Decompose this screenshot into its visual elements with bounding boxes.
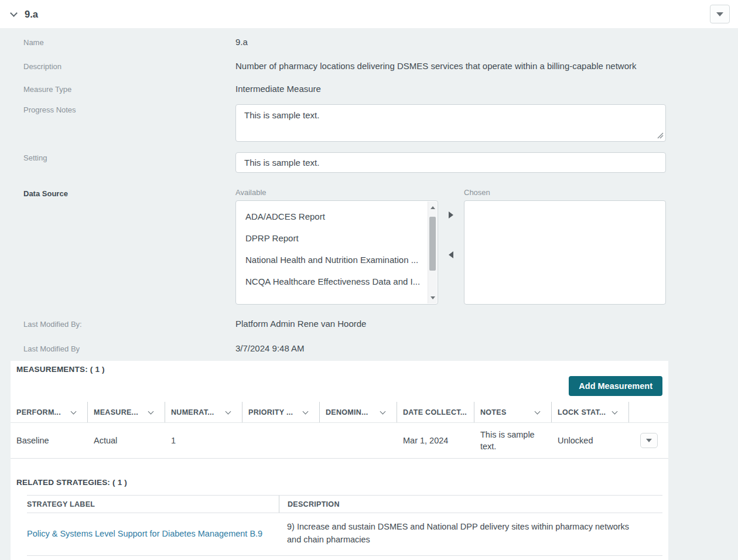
last-modified-date-value: 3/7/2024 9:48 AM xyxy=(235,343,666,353)
progress-notes-textarea[interactable]: This is sample text. xyxy=(235,104,666,142)
measurements-table-header: PERFORM... MEASURE... NUMERAT... PRIORIT… xyxy=(11,402,668,423)
strategy-description: 9) Increase and sustain DSMES and Nation… xyxy=(279,521,662,547)
related-strategies-table: STRATEGY LABEL DESCRIPTION Policy & Syst… xyxy=(27,495,662,556)
available-option[interactable]: ADA/ADCES Report xyxy=(236,206,438,227)
scroll-up-icon[interactable] xyxy=(428,203,438,212)
measurements-title: MEASUREMENTS: ( 1 ) xyxy=(11,361,668,374)
related-strategies-title: RELATED STRATEGIES: ( 1 ) xyxy=(11,474,668,487)
row-menu-button[interactable] xyxy=(640,433,658,448)
cell-date-collected: Mar 1, 2024 xyxy=(397,436,474,445)
cell-actions xyxy=(629,433,668,448)
data-source-duallist: Available ADA/ADCES Report DPRP Report N… xyxy=(235,188,666,305)
column-header-notes[interactable]: NOTES xyxy=(474,402,552,422)
strategy-row: Policy & Systems Level Support for Diabe… xyxy=(27,513,662,556)
column-header-measurement[interactable]: MEASURE... xyxy=(88,402,165,422)
data-source-label: Data Source xyxy=(23,188,235,305)
measure-type-value: Intermediate Measure xyxy=(235,84,666,94)
column-header-description: DESCRIPTION xyxy=(279,496,662,513)
dropdown-triangle-icon xyxy=(716,12,723,16)
move-right-icon[interactable] xyxy=(449,211,453,218)
panel-title: 9.a xyxy=(25,9,38,20)
available-label: Available xyxy=(235,188,438,197)
description-label: Description xyxy=(23,61,235,71)
cell-numerator: 1 xyxy=(165,436,242,445)
add-measurement-button[interactable]: Add Measurement xyxy=(569,376,662,396)
measurements-table: PERFORM... MEASURE... NUMERAT... PRIORIT… xyxy=(11,402,668,459)
panel-header: 9.a xyxy=(0,0,738,28)
listbox-scrollbar[interactable] xyxy=(428,202,437,303)
measurement-row: Baseline Actual 1 Mar 1, 2024 This is sa… xyxy=(11,423,668,459)
column-header-numerator[interactable]: NUMERAT... xyxy=(165,402,242,422)
scrollbar-thumb[interactable] xyxy=(429,217,436,271)
sort-chevron-icon xyxy=(303,408,309,414)
move-left-icon[interactable] xyxy=(449,251,453,258)
column-header-denominator[interactable]: DENOMIN... xyxy=(320,402,397,422)
panel-menu-button[interactable] xyxy=(710,5,730,23)
column-header-priority[interactable]: PRIORITY ... xyxy=(242,402,320,422)
measure-type-label: Measure Type xyxy=(23,84,235,94)
dropdown-triangle-icon xyxy=(646,439,652,442)
available-listbox[interactable]: ADA/ADCES Report DPRP Report National He… xyxy=(235,200,438,305)
column-header-performance[interactable]: PERFORM... xyxy=(11,402,88,422)
column-header-actions xyxy=(629,402,668,422)
cell-performance: Baseline xyxy=(11,436,88,445)
progress-notes-label: Progress Notes xyxy=(23,104,235,142)
scroll-down-icon[interactable] xyxy=(428,293,438,302)
measurements-card: MEASUREMENTS: ( 1 ) Add Measurement PERF… xyxy=(11,361,668,560)
setting-label: Setting xyxy=(23,152,235,173)
card-bottom-padding xyxy=(11,556,668,560)
sort-chevron-icon xyxy=(380,408,386,414)
chosen-listbox[interactable] xyxy=(464,200,666,305)
last-modified-by-value: Platform Admin Rene van Hoorde xyxy=(235,319,666,329)
name-label: Name xyxy=(23,37,235,47)
sort-chevron-icon xyxy=(612,408,618,414)
sort-chevron-icon xyxy=(226,408,231,414)
sort-chevron-icon xyxy=(71,408,77,414)
measure-detail-form: Name 9.a Description Number of pharmacy … xyxy=(0,28,738,361)
column-header-strategy-label: STRATEGY LABEL xyxy=(27,496,279,513)
available-option[interactable]: National Health and Nutrition Examinatio… xyxy=(236,249,438,271)
available-option[interactable]: NCQA Healthcare Effectiveness Data and I… xyxy=(236,271,438,292)
name-value: 9.a xyxy=(235,37,666,47)
related-strategies-header: STRATEGY LABEL DESCRIPTION xyxy=(27,495,662,513)
cell-lock-status: Unlocked xyxy=(552,436,629,445)
sort-chevron-icon xyxy=(148,408,154,414)
strategy-link[interactable]: Policy & Systems Level Support for Diabe… xyxy=(27,529,262,538)
collapse-chevron-icon[interactable] xyxy=(10,9,18,17)
description-value: Number of pharmacy locations delivering … xyxy=(235,61,666,71)
last-modified-by-label: Last Modified By: xyxy=(23,319,235,329)
sort-chevron-icon xyxy=(535,408,541,414)
column-header-date-collected[interactable]: DATE COLLECT... xyxy=(397,402,474,422)
last-modified-date-label: Last Modified By xyxy=(23,343,235,353)
chosen-label: Chosen xyxy=(464,188,666,197)
cell-notes: This is sample text. xyxy=(474,429,552,453)
setting-input[interactable] xyxy=(235,152,666,173)
available-option[interactable]: DPRP Report xyxy=(236,227,438,249)
column-header-lock-status[interactable]: LOCK STAT... xyxy=(552,402,629,422)
cell-measurement: Actual xyxy=(88,436,165,445)
